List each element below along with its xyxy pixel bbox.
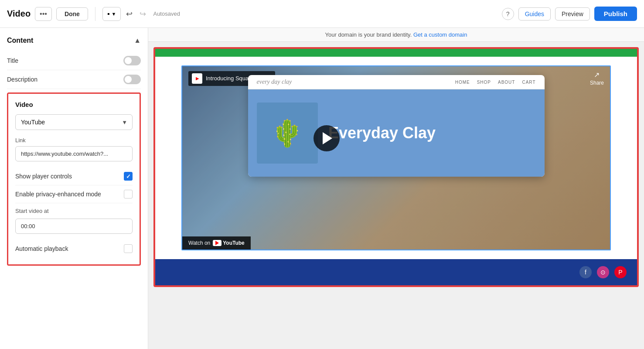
instagram-icon[interactable]: ⊙ — [597, 266, 609, 278]
tablet-nav-items: HOME SHOP ABOUT CART — [455, 80, 536, 85]
cactus-icon: 🌵 — [271, 118, 303, 149]
tablet-content: 🌵 Everyday Clay — [248, 89, 545, 177]
publish-button[interactable]: Publish — [594, 7, 637, 21]
facebook-icon[interactable]: f — [579, 266, 592, 278]
tablet-nav-about: ABOUT — [498, 80, 515, 85]
app-title: Video — [7, 9, 31, 19]
video-thumbnail: ▶ Introducing Square Online ↗ Share — [182, 66, 610, 250]
privacy-mode-checkbox[interactable] — [124, 190, 133, 198]
youtube-icon-box: ▶ — [192, 73, 202, 84]
page-footer: f ⊙ P — [155, 259, 637, 285]
page-wrapper: ▶ Introducing Square Online ↗ Share — [153, 47, 639, 287]
show-player-controls-checkbox[interactable]: ✓ — [124, 172, 133, 181]
video-embed-area: ▶ Introducing Square Online ↗ Share — [155, 57, 637, 259]
auto-playback-checkbox[interactable] — [124, 244, 133, 253]
device-chevron-icon: ▼ — [112, 11, 116, 17]
done-button[interactable]: Done — [56, 7, 88, 21]
watch-on-text: Watch on — [188, 240, 210, 246]
youtube-logo-icon: ▶ — [196, 76, 199, 81]
start-video-input[interactable] — [15, 219, 133, 234]
green-header-bar — [155, 49, 637, 57]
sidebar: Content ▲ Title Description Video YouTub… — [0, 28, 148, 349]
toolbar-right: ? Guides Preview Publish — [502, 7, 637, 21]
device-selector-button[interactable]: ▪ ▼ — [102, 7, 121, 21]
tablet-text-area: Everyday Clay — [327, 123, 436, 142]
tablet-nav-home: HOME — [455, 80, 470, 85]
start-video-section: Start video at — [15, 208, 133, 238]
title-field-row: Title — [7, 51, 141, 70]
pinterest-icon[interactable]: P — [614, 266, 627, 278]
custom-domain-link[interactable]: Get a custom domain — [413, 31, 467, 38]
canvas-area: Your domain is your brand identity. Get … — [148, 28, 644, 349]
device-icon: ▪ — [107, 10, 110, 18]
more-button[interactable]: ••• — [35, 7, 52, 21]
privacy-mode-label: Enable privacy-enhanced mode — [15, 191, 101, 198]
guides-button[interactable]: Guides — [518, 7, 551, 21]
cactus-image: 🌵 — [257, 103, 318, 164]
toolbar: Video ••• Done ▪ ▼ ↩ ↪ Autosaved ? Guide… — [0, 0, 644, 28]
content-title: Content — [7, 37, 33, 44]
start-video-label: Start video at — [15, 208, 133, 214]
play-triangle-icon — [323, 132, 332, 144]
show-player-controls-row: Show player controls ✓ — [15, 168, 133, 185]
redo-button[interactable]: ↪ — [138, 7, 148, 21]
share-icon: ↗ — [590, 71, 604, 79]
auto-playback-label: Automatic playback — [15, 245, 68, 252]
description-field-row: Description — [7, 70, 141, 89]
video-section-box: Video YouTube Vimeo Custom URL ▼ Link Sh… — [7, 92, 141, 266]
preview-button[interactable]: Preview — [555, 7, 590, 21]
video-source-select-wrapper: YouTube Vimeo Custom URL ▼ — [15, 114, 133, 130]
share-button[interactable]: ↗ Share — [590, 71, 604, 86]
tablet-headline: Everyday Clay — [328, 124, 436, 142]
video-source-select[interactable]: YouTube Vimeo Custom URL — [15, 114, 133, 130]
youtube-text: YouTube — [223, 240, 245, 246]
title-toggle[interactable] — [123, 56, 141, 65]
content-collapse-button[interactable]: ▲ — [134, 37, 141, 44]
youtube-logo: YouTube — [213, 240, 245, 246]
share-label: Share — [590, 80, 604, 86]
video-iframe-container: ▶ Introducing Square Online ↗ Share — [181, 65, 611, 250]
link-input[interactable] — [15, 146, 133, 161]
checkmark-icon: ✓ — [126, 173, 131, 180]
show-player-controls-label: Show player controls — [15, 173, 72, 180]
toolbar-divider — [95, 7, 95, 21]
content-section-header: Content ▲ — [7, 37, 141, 44]
play-button[interactable] — [313, 125, 340, 151]
tablet-nav-shop: SHOP — [477, 80, 491, 85]
description-toggle[interactable] — [123, 75, 141, 84]
domain-banner-text: Your domain is your brand identity. — [325, 31, 412, 38]
autosaved-status: Autosaved — [153, 10, 180, 17]
youtube-logo-icon — [213, 240, 221, 246]
main-layout: Content ▲ Title Description Video YouTub… — [0, 28, 644, 349]
link-label: Link — [15, 137, 133, 144]
title-label: Title — [7, 57, 18, 64]
watch-on-youtube-bar: Watch on YouTube — [182, 236, 251, 250]
youtube-play-icon — [215, 241, 219, 245]
tablet-nav-cart: CART — [522, 80, 535, 85]
tablet-mockup: every day clay HOME SHOP ABOUT CART — [248, 75, 545, 177]
toolbar-left: Video ••• Done — [7, 7, 88, 21]
help-button[interactable]: ? — [502, 8, 514, 20]
description-label: Description — [7, 76, 37, 83]
privacy-mode-row: Enable privacy-enhanced mode — [15, 185, 133, 203]
toolbar-center: ▪ ▼ ↩ ↪ Autosaved — [102, 7, 497, 21]
tablet-nav: every day clay HOME SHOP ABOUT CART — [248, 75, 545, 89]
domain-banner: Your domain is your brand identity. Get … — [148, 28, 644, 42]
video-bottom-bar: Watch on YouTube — [182, 236, 610, 250]
video-section-title: Video — [15, 101, 133, 108]
tablet-logo: every day clay — [257, 79, 292, 86]
auto-playback-row: Automatic playback — [15, 240, 133, 257]
undo-button[interactable]: ↩ — [124, 7, 134, 21]
